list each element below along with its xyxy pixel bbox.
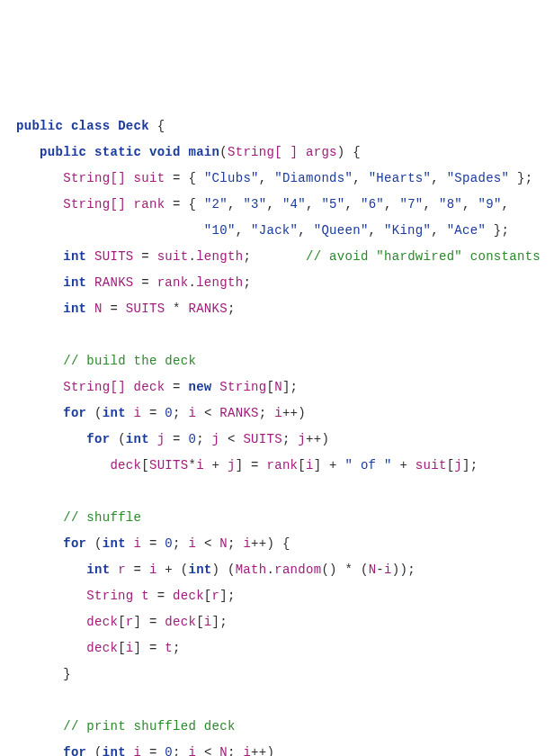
brace: {: [353, 145, 361, 159]
type: String[ ]: [228, 145, 298, 159]
keyword: for: [63, 536, 86, 551]
code-line: public static void main(String[ ] args) …: [16, 145, 361, 159]
code-line: int RANKS = rank.length;: [16, 275, 251, 290]
code-line: }: [16, 667, 71, 681]
code-line: // build the deck: [16, 354, 196, 368]
keyword: class: [71, 119, 111, 133]
code-line: for (int i = 0; i < N; i++): [16, 745, 274, 756]
keyword: public: [16, 119, 63, 133]
brace: {: [157, 119, 165, 133]
code-line: int N = SUITS * RANKS;: [16, 302, 236, 316]
string: "7": [399, 197, 423, 212]
code-line: for (int i = 0; i < N; i++) {: [16, 536, 290, 551]
keyword: void: [149, 145, 181, 159]
string: "4": [282, 197, 306, 212]
paren: (: [219, 145, 228, 159]
code-line: // shuffle: [16, 510, 141, 525]
param: args: [306, 145, 337, 159]
string: "6": [361, 197, 384, 212]
keyword: public: [40, 145, 86, 159]
code-line: String[] rank = { "2", "3", "4", "5", "6…: [16, 197, 509, 212]
code-block: public class Deck { public static void m…: [16, 113, 538, 756]
keyword: for: [86, 432, 110, 446]
code-line: "10", "Jack", "Queen", "King", "Ace" };: [16, 223, 509, 238]
method-name: main: [188, 145, 219, 159]
code-line: deck[SUITS*i + j] = rank[i] + " of " + s…: [16, 458, 478, 472]
string: "Diamonds": [274, 171, 353, 185]
var: rank: [134, 197, 165, 212]
var: N: [94, 302, 103, 316]
code-line: deck[r] = deck[i];: [16, 615, 228, 629]
number: 0: [165, 406, 173, 420]
keyword: new: [188, 380, 211, 394]
string: "Clubs": [204, 171, 259, 185]
string: " of ": [345, 458, 392, 472]
comment: // shuffle: [63, 510, 141, 525]
var: SUITS: [94, 249, 134, 264]
keyword: for: [63, 406, 86, 420]
string: "10": [204, 223, 236, 238]
code-line: public class Deck {: [16, 119, 165, 133]
code-line: String[] suit = { "Clubs", "Diamonds", "…: [16, 171, 532, 185]
keyword: int: [63, 249, 86, 264]
code-line: for (int j = 0; j < SUITS; j++): [16, 432, 329, 446]
code-line: for (int i = 0; i < RANKS; i++): [16, 406, 306, 420]
comment: // print shuffled deck: [63, 719, 235, 734]
var: deck: [134, 380, 165, 394]
comment: // avoid "hardwired" constants: [306, 249, 541, 264]
code-line: // print shuffled deck: [16, 719, 236, 734]
var: RANKS: [94, 275, 134, 290]
string: "King": [384, 223, 431, 238]
var: suit: [134, 171, 165, 185]
string: "9": [478, 197, 501, 212]
code-line: deck[i] = t;: [16, 641, 181, 655]
string: "Queen": [314, 223, 369, 238]
string: "5": [321, 197, 344, 212]
comment: // build the deck: [63, 354, 196, 368]
string: "Spades": [447, 171, 510, 185]
string: "Jack": [251, 223, 298, 238]
string: "2": [204, 197, 228, 212]
op: =: [173, 171, 181, 185]
code-line: String t = deck[r];: [16, 589, 236, 603]
string: "3": [243, 197, 266, 212]
paren: ): [337, 145, 345, 159]
string: "Ace": [447, 223, 487, 238]
class-name: Deck: [118, 119, 149, 133]
type: String: [219, 380, 266, 394]
keyword: for: [63, 745, 86, 756]
keyword: int: [63, 275, 86, 290]
keyword: int: [63, 302, 86, 316]
type: String[]: [63, 197, 126, 212]
code-line: String[] deck = new String[N];: [16, 380, 298, 394]
code-line: int SUITS = suit.length; // avoid "hardw…: [16, 249, 541, 264]
string: "Hearts": [369, 171, 432, 185]
type: String[]: [63, 171, 126, 185]
code-line: int r = i + (int) (Math.random() * (N-i)…: [16, 562, 416, 577]
string: "8": [439, 197, 462, 212]
type: String[]: [63, 380, 126, 394]
keyword: static: [94, 145, 141, 159]
